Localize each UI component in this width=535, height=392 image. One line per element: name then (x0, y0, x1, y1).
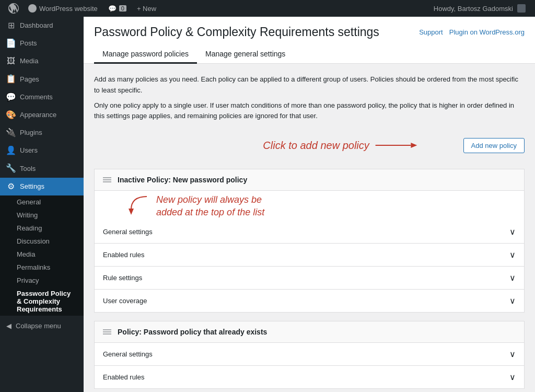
policy2-header: Policy: Password policy that already exi… (95, 321, 524, 343)
new-policy-arrow-icon (126, 194, 152, 215)
pages-icon: 📋 (6, 75, 16, 84)
user-avatar[interactable] (517, 4, 526, 13)
new-policy-annotation: New policy will always beadded at the to… (95, 191, 524, 221)
policy1-general-settings[interactable]: General settings ∨ (95, 221, 524, 244)
sidebar-item-plugins[interactable]: 🔌 Plugins (0, 124, 84, 142)
sidebar-item-users[interactable]: 👤 Users (0, 142, 84, 159)
submenu-item-password-policy[interactable]: Password Policy & Complexity Requirement… (0, 287, 84, 316)
collapse-arrow-icon: ◀ (6, 322, 11, 330)
description-1: Add as many policies as you need. Each p… (94, 74, 525, 96)
sidebar-item-posts[interactable]: 📄 Posts (0, 34, 84, 52)
comments-item[interactable]: 💬 0 (103, 0, 132, 17)
new-policy-annotation-text: New policy will always beadded at the to… (156, 194, 264, 218)
sidebar-item-media-label: Media (20, 56, 38, 66)
submenu-item-general[interactable]: General (0, 195, 84, 209)
cta-arrow-icon (376, 140, 417, 151)
sidebar-item-tools[interactable]: 🔧 Tools (0, 160, 84, 178)
sidebar-item-settings-label: Settings (20, 182, 44, 191)
submenu-item-permalinks[interactable]: Permalinks (0, 261, 84, 274)
sidebar-item-pages-label: Pages (20, 75, 39, 84)
content-body: Add as many policies as you need. Each p… (84, 64, 535, 392)
howdy-text: Howdy, Bartosz Gadomski (434, 5, 513, 13)
header-links: Support Plugin on WordPress.org (419, 28, 525, 36)
users-icon: 👤 (6, 146, 16, 155)
chevron-down-icon: ∨ (509, 227, 516, 237)
media-icon: 🖼 (6, 56, 16, 66)
sidebar-item-tools-label: Tools (20, 164, 36, 174)
policy2-enabled-rules[interactable]: Enabled rules ∨ (95, 366, 524, 388)
cta-row: Click to add new policy Add new policy (94, 132, 525, 158)
policy1-title: Inactive Policy: New password policy (118, 176, 247, 184)
policy2-drag-handle[interactable] (103, 329, 111, 335)
submenu-item-writing[interactable]: Writing (0, 209, 84, 222)
adminbar-right: Howdy, Bartosz Gadomski (434, 4, 531, 13)
chevron-down-icon: ∨ (509, 349, 516, 359)
submenu-item-reading[interactable]: Reading (0, 222, 84, 235)
submenu-item-privacy[interactable]: Privacy (0, 274, 84, 287)
policy-card-1: Inactive Policy: New password policy New… (94, 169, 525, 313)
appearance-icon: 🎨 (6, 110, 16, 120)
site-icon (28, 4, 37, 13)
sidebar-item-dashboard[interactable]: ⊞ Dashboard (0, 17, 84, 34)
policy1-drag-handle[interactable] (103, 177, 111, 182)
posts-icon: 📄 (6, 39, 16, 48)
tab-navigation: Manage password policies Manage general … (94, 45, 525, 63)
wp-logo[interactable] (4, 0, 23, 17)
settings-icon: ⚙ (6, 182, 16, 191)
submenu-item-discussion[interactable]: Discussion (0, 235, 84, 248)
policy2-title: Policy: Password policy that already exi… (118, 328, 267, 336)
sidebar-item-dashboard-label: Dashboard (20, 21, 53, 30)
sidebar-item-media[interactable]: 🖼 Media (0, 52, 84, 70)
policy1-user-coverage[interactable]: User coverage ∨ (95, 290, 524, 312)
sidebar-item-users-label: Users (20, 146, 38, 155)
page-title: Password Policy & Complexity Requirement… (94, 25, 379, 39)
chevron-down-icon: ∨ (509, 372, 516, 382)
cta-annotation-text: Click to add new policy (263, 140, 369, 152)
chevron-down-icon: ∨ (509, 273, 516, 283)
submenu-item-media[interactable]: Media (0, 248, 84, 261)
policy1-header: Inactive Policy: New password policy (95, 169, 524, 191)
sidebar-item-posts-label: Posts (20, 39, 37, 48)
sidebar: ⊞ Dashboard 📄 Posts 🖼 Media 📋 Pages 💬 Co… (0, 17, 84, 392)
content-area: Password Policy & Complexity Requirement… (84, 17, 535, 392)
sidebar-item-pages[interactable]: 📋 Pages (0, 71, 84, 88)
support-link[interactable]: Support (419, 28, 443, 36)
policy1-rule-settings[interactable]: Rule settings ∨ (95, 267, 524, 290)
chevron-down-icon: ∨ (509, 250, 516, 260)
collapse-menu-label: Collapse menu (16, 322, 61, 330)
description-block: Add as many policies as you need. Each p… (94, 74, 525, 122)
comment-icon: 💬 (108, 5, 117, 13)
plugins-icon: 🔌 (6, 128, 16, 137)
admin-bar: WordPress website 💬 0 + New Howdy, Barto… (0, 0, 535, 17)
policy1-enabled-rules[interactable]: Enabled rules ∨ (95, 244, 524, 267)
cta-annotation: Click to add new policy (263, 140, 417, 152)
policy2-general-settings[interactable]: General settings ∨ (95, 343, 524, 366)
chevron-down-icon: ∨ (509, 296, 516, 306)
comments-icon: 💬 (6, 93, 16, 102)
tab-manage-policies[interactable]: Manage password policies (94, 45, 197, 64)
sidebar-item-appearance-label: Appearance (20, 110, 56, 120)
sidebar-item-appearance[interactable]: 🎨 Appearance (0, 106, 84, 124)
sidebar-item-comments-label: Comments (20, 93, 53, 102)
svg-marker-2 (129, 209, 134, 215)
sidebar-item-plugins-label: Plugins (20, 128, 42, 137)
description-2: Only one policy apply to a single user. … (94, 100, 525, 122)
settings-submenu: General Writing Reading Discussion Media… (0, 195, 84, 316)
new-content-label: + New (137, 5, 156, 13)
sidebar-item-comments[interactable]: 💬 Comments (0, 88, 84, 106)
add-policy-button[interactable]: Add new policy (463, 138, 525, 153)
tab-general-settings[interactable]: Manage general settings (197, 45, 294, 64)
policy-card-2: Policy: Password policy that already exi… (94, 321, 525, 389)
page-header: Password Policy & Complexity Requirement… (84, 17, 535, 64)
site-name-label: WordPress website (39, 5, 98, 13)
comments-count: 0 (119, 5, 126, 11)
tools-icon: 🔧 (6, 164, 16, 174)
plugin-link[interactable]: Plugin on WordPress.org (449, 28, 525, 36)
new-content-item[interactable]: + New (132, 0, 161, 17)
site-name-item[interactable]: WordPress website (23, 0, 103, 17)
svg-marker-1 (411, 143, 417, 148)
dashboard-icon: ⊞ (6, 21, 16, 30)
sidebar-item-settings[interactable]: ⚙ Settings (0, 178, 84, 195)
collapse-menu-button[interactable]: ◀ Collapse menu (0, 318, 84, 334)
